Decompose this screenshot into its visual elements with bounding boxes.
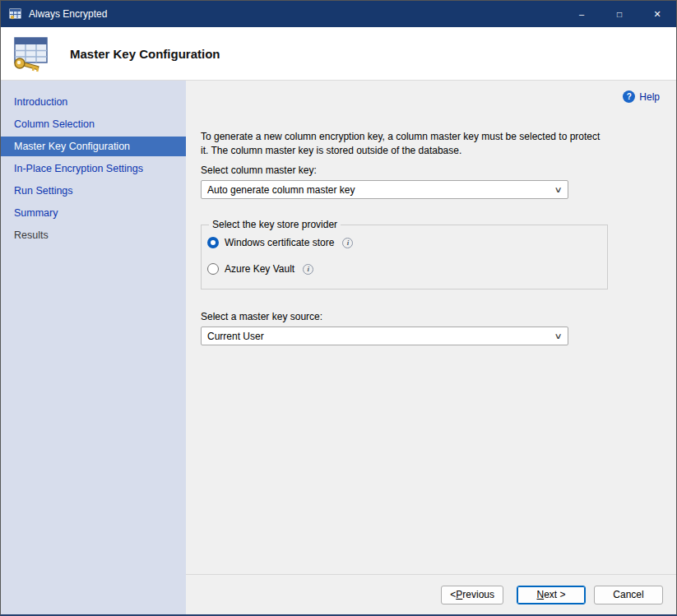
radio-label-windows-certificate-store: Windows certificate store bbox=[225, 237, 334, 248]
help-label: Help bbox=[639, 91, 660, 103]
next-button-accesskey: N bbox=[536, 589, 544, 600]
master-key-dropdown-value: Auto generate column master key bbox=[207, 184, 555, 196]
window-title: Always Encrypted bbox=[29, 8, 107, 20]
sidebar-item-summary[interactable]: Summary bbox=[1, 203, 186, 223]
sidebar-item-column-selection[interactable]: Column Selection bbox=[1, 114, 186, 134]
close-button[interactable]: ✕ bbox=[638, 1, 676, 27]
master-key-source-dropdown[interactable]: Current User ∨ bbox=[201, 327, 568, 345]
help-link[interactable]: ? Help bbox=[623, 90, 660, 103]
previous-button[interactable]: < Previous bbox=[441, 586, 503, 604]
master-key-source-label: Select a master key source: bbox=[201, 311, 676, 322]
master-key-source-dropdown-value: Current User bbox=[207, 331, 555, 342]
key-store-provider-group: Select the key store provider Windows ce… bbox=[201, 219, 608, 289]
key-store-provider-group-title: Select the key store provider bbox=[209, 219, 341, 230]
sidebar-item-introduction[interactable]: Introduction bbox=[1, 92, 186, 112]
chevron-down-icon: ∨ bbox=[554, 331, 562, 340]
window-controls: – □ ✕ bbox=[563, 1, 676, 27]
page-title: Master Key Configuration bbox=[70, 47, 220, 61]
content-panel: ? Help To generate a new column encrypti… bbox=[186, 81, 676, 574]
radio-unselected-icon[interactable] bbox=[207, 263, 219, 275]
info-icon[interactable]: i bbox=[342, 238, 353, 248]
sidebar-item-results: Results bbox=[1, 225, 186, 245]
footer-bar: < Previous Next > Cancel bbox=[186, 574, 676, 614]
content-column: ? Help To generate a new column encrypti… bbox=[186, 81, 676, 614]
table-key-icon bbox=[11, 35, 52, 72]
info-icon[interactable]: i bbox=[303, 264, 313, 275]
maximize-button[interactable]: □ bbox=[600, 1, 638, 27]
main-area: Introduction Column Selection Master Key… bbox=[1, 81, 676, 614]
radio-label-azure-key-vault: Azure Key Vault bbox=[225, 263, 294, 275]
previous-button-accesskey: P bbox=[456, 589, 462, 600]
help-icon: ? bbox=[623, 90, 635, 103]
chevron-down-icon: ∨ bbox=[554, 185, 562, 194]
always-encrypted-window: Always Encrypted – □ ✕ Master bbox=[0, 0, 677, 616]
titlebar: Always Encrypted – □ ✕ bbox=[1, 1, 676, 27]
wizard-steps-sidebar: Introduction Column Selection Master Key… bbox=[1, 81, 186, 614]
radio-option-azure-key-vault[interactable]: Azure Key Vault i bbox=[207, 263, 599, 275]
minimize-button[interactable]: – bbox=[563, 1, 600, 27]
next-button[interactable]: Next > bbox=[517, 586, 586, 604]
radio-selected-icon[interactable] bbox=[207, 237, 219, 248]
master-key-label: Select column master key: bbox=[201, 164, 676, 176]
sidebar-item-master-key-configuration[interactable]: Master Key Configuration bbox=[1, 137, 186, 156]
app-icon bbox=[9, 7, 22, 21]
intro-text: To generate a new column encryption key,… bbox=[201, 130, 622, 158]
next-button-label: ext > bbox=[544, 589, 565, 600]
master-key-dropdown[interactable]: Auto generate column master key ∨ bbox=[201, 180, 568, 199]
previous-button-label: < bbox=[450, 589, 456, 600]
sidebar-item-in-place-encryption-settings[interactable]: In-Place Encryption Settings bbox=[1, 159, 186, 178]
cancel-button[interactable]: Cancel bbox=[594, 586, 663, 604]
wizard-header: Master Key Configuration bbox=[1, 27, 676, 81]
radio-option-windows-certificate-store[interactable]: Windows certificate store i bbox=[207, 237, 599, 248]
previous-button-label: revious bbox=[462, 589, 494, 600]
sidebar-item-run-settings[interactable]: Run Settings bbox=[1, 181, 186, 201]
